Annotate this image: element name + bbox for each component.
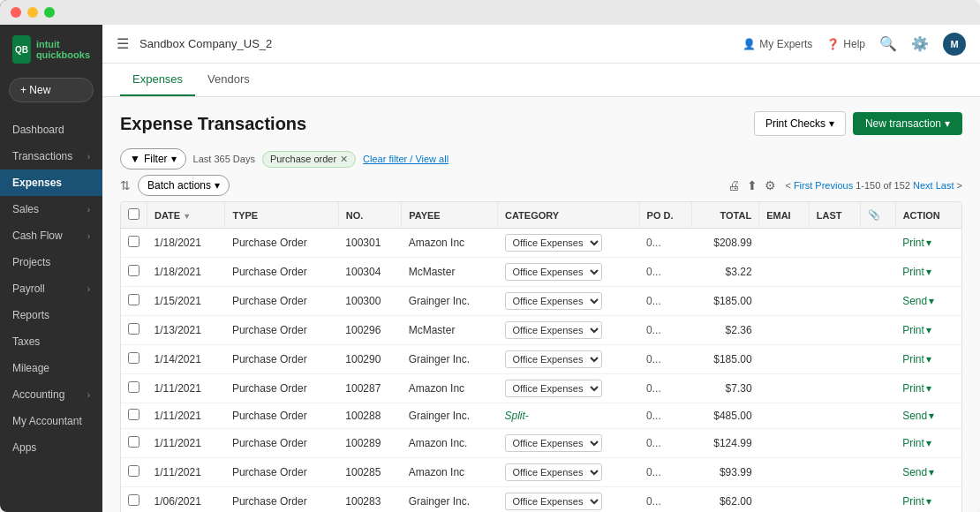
sidebar-item-accounting[interactable]: Accounting› (0, 381, 102, 408)
sidebar-item-cash-flow[interactable]: Cash Flow› (0, 222, 102, 249)
action-link[interactable]: Print (902, 437, 924, 449)
maximize-btn[interactable] (44, 7, 55, 18)
no-header[interactable]: NO. (338, 202, 401, 229)
row-checkbox[interactable] (128, 294, 139, 305)
last-page-link[interactable]: Last (936, 180, 954, 191)
action-chevron-icon[interactable]: ▾ (926, 437, 931, 449)
row-checkbox[interactable] (128, 436, 139, 448)
category-select[interactable]: Office Expenses (505, 463, 602, 481)
row-checkbox-cell[interactable] (121, 403, 147, 429)
action-cell[interactable]: Print ▾ (895, 429, 961, 458)
sidebar-item-apps[interactable]: Apps (0, 434, 102, 461)
sidebar-item-taxes[interactable]: Taxes (0, 328, 102, 355)
row-checkbox[interactable] (128, 265, 139, 276)
action-link[interactable]: Print (902, 237, 924, 249)
print-checks-button[interactable]: Print Checks ▾ (754, 111, 846, 136)
row-checkbox[interactable] (128, 409, 139, 420)
new-transaction-button[interactable]: New transaction ▾ (853, 112, 962, 135)
export-icon[interactable]: ⬆ (747, 178, 758, 192)
sidebar-item-mileage[interactable]: Mileage (0, 355, 102, 381)
help-btn[interactable]: ❓ Help (826, 38, 865, 50)
action-chevron-icon[interactable]: ▾ (926, 353, 931, 365)
category-cell[interactable]: Office Expenses (498, 345, 640, 374)
search-icon[interactable]: 🔍 (879, 35, 897, 52)
new-button[interactable]: + New (9, 78, 94, 102)
category-cell[interactable]: Office Expenses (498, 316, 640, 345)
row-checkbox[interactable] (128, 236, 139, 247)
row-checkbox-cell[interactable] (121, 374, 147, 403)
category-cell[interactable]: Office Expenses (498, 258, 640, 287)
action-cell[interactable]: Send ▾ (895, 458, 961, 487)
filter-button[interactable]: ▼ Filter ▾ (120, 148, 186, 169)
sidebar-item-payroll[interactable]: Payroll› (0, 275, 102, 302)
select-all-header[interactable] (121, 202, 147, 229)
category-cell[interactable]: Office Expenses (498, 429, 640, 458)
minimize-btn[interactable] (27, 7, 38, 18)
action-chevron-icon[interactable]: ▾ (926, 495, 931, 508)
sidebar-item-my-accountant[interactable]: My Accountant (0, 408, 102, 434)
action-chevron-icon[interactable]: ▾ (929, 466, 934, 478)
category-cell[interactable]: Office Expenses (498, 458, 640, 487)
row-checkbox-cell[interactable] (121, 345, 147, 374)
tab-vendors[interactable]: Vendors (195, 64, 262, 96)
type-header[interactable]: TYPE (225, 202, 338, 229)
row-checkbox-cell[interactable] (121, 287, 147, 316)
action-chevron-icon[interactable]: ▾ (926, 382, 931, 395)
tab-expenses[interactable]: Expenses (120, 64, 195, 96)
clear-filter-link[interactable]: Clear filter / View all (363, 154, 449, 164)
category-cell[interactable]: Office Expenses (498, 374, 640, 403)
print-icon[interactable]: 🖨 (727, 178, 740, 192)
batch-actions-button[interactable]: Batch actions ▾ (138, 175, 230, 196)
next-page-link[interactable]: Next (913, 180, 933, 191)
action-cell[interactable]: Send ▾ (895, 403, 961, 429)
settings-icon[interactable]: ⚙️ (911, 35, 929, 52)
action-cell[interactable]: Send ▾ (895, 287, 961, 316)
my-experts-btn[interactable]: 👤 My Experts (743, 38, 812, 50)
category-select[interactable]: Office Expenses (505, 263, 602, 281)
sidebar-item-reports[interactable]: Reports (0, 302, 102, 328)
sidebar-item-projects[interactable]: Projects (0, 249, 102, 275)
action-link[interactable]: Send (902, 466, 927, 478)
action-link[interactable]: Print (902, 495, 924, 508)
row-checkbox[interactable] (128, 465, 139, 477)
category-select[interactable]: Office Expenses (505, 292, 602, 310)
row-checkbox[interactable] (128, 494, 139, 506)
action-link[interactable]: Print (902, 353, 924, 365)
sidebar-item-sales[interactable]: Sales› (0, 196, 102, 222)
menu-icon[interactable]: ☰ (117, 35, 129, 52)
avatar[interactable]: M (943, 33, 966, 56)
action-link[interactable]: Send (902, 410, 927, 422)
date-header[interactable]: DATE ▼ (147, 202, 225, 229)
action-chevron-icon[interactable]: ▾ (929, 295, 934, 307)
action-chevron-icon[interactable]: ▾ (926, 237, 931, 249)
category-select[interactable]: Office Expenses (505, 321, 602, 339)
row-checkbox-cell[interactable] (121, 258, 147, 287)
select-all-checkbox[interactable] (128, 208, 139, 220)
category-cell[interactable]: Split- (498, 403, 640, 429)
action-cell[interactable]: Print ▾ (895, 316, 961, 345)
row-checkbox-cell[interactable] (121, 229, 147, 258)
row-checkbox[interactable] (128, 323, 139, 335)
action-cell[interactable]: Print ▾ (895, 487, 961, 513)
row-checkbox-cell[interactable] (121, 487, 147, 513)
action-link[interactable]: Print (902, 382, 924, 395)
action-link[interactable]: Send (902, 295, 927, 307)
category-select[interactable]: Office Expenses (505, 493, 602, 510)
row-checkbox-cell[interactable] (121, 429, 147, 458)
chip-remove-icon[interactable]: ✕ (340, 154, 348, 165)
close-btn[interactable] (11, 7, 21, 18)
previous-page-link[interactable]: Previous (815, 180, 853, 191)
settings-table-icon[interactable]: ⚙ (765, 178, 776, 192)
row-checkbox[interactable] (128, 381, 139, 393)
sidebar-item-transactions[interactable]: Transactions› (0, 143, 102, 169)
action-link[interactable]: Print (902, 266, 924, 278)
action-cell[interactable]: Print ▾ (895, 345, 961, 374)
sidebar-item-dashboard[interactable]: Dashboard (0, 117, 102, 143)
category-cell[interactable]: Office Expenses (498, 229, 640, 258)
category-select[interactable]: Office Expenses (505, 234, 602, 252)
sidebar-item-expenses[interactable]: Expenses (0, 169, 102, 196)
action-chevron-icon[interactable]: ▾ (929, 410, 934, 422)
total-header[interactable]: TOTAL (692, 202, 759, 229)
category-select[interactable]: Office Expenses (505, 434, 602, 452)
payee-header[interactable]: PAYEE (402, 202, 498, 229)
